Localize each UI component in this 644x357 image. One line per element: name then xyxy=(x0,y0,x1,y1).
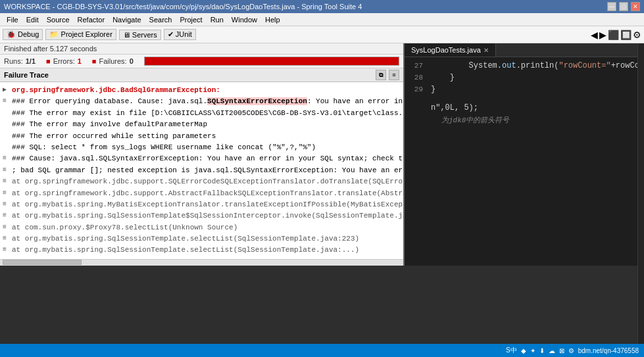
menu-run[interactable]: Run xyxy=(207,14,228,25)
trace-line: ≡ at com.sun.proxy.$Proxy78.selectList(U… xyxy=(0,222,403,233)
trace-hscroll[interactable] xyxy=(0,259,403,266)
failure-trace-panel: Failure Trace ⧉ ≡ ▶ org.springframework.… xyxy=(0,68,403,266)
trace-stack-icon-1: ≡ xyxy=(3,177,12,186)
test-result-row: Runs: 1/1 ■ Errors: 1 ■ Failures: 0 xyxy=(0,55,403,68)
trace-stack-icon-5: ≡ xyxy=(3,223,12,232)
trace-line: ≡ ### Error querying database. Cause: ja… xyxy=(0,96,403,107)
trace-stack-3: at org.mybatis.spring.MyBatisExceptionTr… xyxy=(12,200,403,210)
tab-label: SysLogDaoTests.java xyxy=(411,46,481,54)
line-number-29: 29 xyxy=(405,83,428,95)
trace-bullet-icon-6: ≡ xyxy=(3,154,12,163)
trace-line: ≡ at org.mybatis.spring.MyBatisException… xyxy=(0,199,403,210)
trace-stack-icon-2: ≡ xyxy=(3,189,12,198)
title-bar: WORKSPACE - CGB-DB-SYS-V3.01/src/test/ja… xyxy=(0,0,644,13)
runs-value: 1/1 xyxy=(26,57,36,65)
trace-line: ▶ org.springframework.jdbc.BadSqlGrammar… xyxy=(0,85,403,96)
code-content-27: System.out.println("rowCount="+rowCount)… xyxy=(428,60,644,72)
trace-line: ≡ at org.mybatis.spring.SqlSessionTempla… xyxy=(0,245,403,256)
trace-line: ≡ at org.mybatis.spring.SqlSessionTempla… xyxy=(0,233,403,245)
code-annotation-area: n",0L, 5); 为jdk8中的箭头符号 xyxy=(431,103,644,125)
trace-line: ≡ ; bad SQL grammar []; nested exception… xyxy=(0,165,403,176)
toolbar-debug[interactable]: 🐞 Debug xyxy=(3,29,43,40)
code-content-29: } xyxy=(428,83,435,95)
status-icon-5: ⊠ xyxy=(559,347,564,354)
close-button[interactable]: ✕ xyxy=(631,2,640,11)
trace-line: ### The error may involve defaultParamet… xyxy=(0,119,403,130)
menu-source[interactable]: Source xyxy=(43,14,74,25)
trace-line: ≡ ### Cause: java.sql.SQLSyntaxErrorExce… xyxy=(0,153,403,164)
status-icon-3: ⬇ xyxy=(539,347,545,354)
trace-stack-icon-4: ≡ xyxy=(3,211,12,220)
errors-label: Errors: xyxy=(53,57,75,65)
trace-stack-1: at org.springframework.jdbc.support.SQLE… xyxy=(12,177,403,187)
menu-search[interactable]: Search xyxy=(145,14,176,25)
trace-line: ### SQL: select * from sys_logs WHERE us… xyxy=(0,142,403,153)
failures-value: 0 xyxy=(130,57,134,65)
errors-value: 1 xyxy=(78,57,82,65)
status-url: bdm.net/qn-4376558 xyxy=(578,347,639,354)
trace-line: ≡ at org.springframework.jdbc.support.Ab… xyxy=(0,188,403,199)
editor-tab-syslogdaotests[interactable]: SysLogDaoTests.java ✕ xyxy=(405,43,496,57)
main-area: Finished after 5.127 seconds Runs: 1/1 ■… xyxy=(0,43,644,266)
right-panel: SysLogDaoTests.java ✕ 27 System.out.prin… xyxy=(405,43,644,266)
toolbar-icon-5[interactable]: ⚙ xyxy=(633,30,641,40)
trace-line: ≡ at org.mybatis.spring.SqlSessionTempla… xyxy=(0,210,403,222)
right-scrollbar[interactable] xyxy=(637,43,644,266)
trace-sql: ### SQL: select * from sys_logs WHERE us… xyxy=(12,143,316,153)
minimize-button[interactable]: — xyxy=(607,2,616,11)
progress-fill xyxy=(145,57,399,65)
toolbar-project-explorer[interactable]: 📁 Project Explorer xyxy=(45,29,116,40)
menu-refactor[interactable]: Refactor xyxy=(74,14,109,25)
toolbar-icon-3[interactable]: ⬛ xyxy=(608,30,619,40)
trace-msg-3: ### The error may involve defaultParamet… xyxy=(12,120,207,130)
line-number-27: 27 xyxy=(405,60,428,72)
maximize-button[interactable]: □ xyxy=(619,2,628,11)
failure-trace-title: Failure Trace xyxy=(4,71,49,79)
failures-icon: ■ xyxy=(92,57,97,65)
menu-help[interactable]: Help xyxy=(261,14,284,25)
toolbar: 🐞 Debug 📁 Project Explorer 🖥 Servers ✔ J… xyxy=(0,26,644,43)
trace-expand-icon[interactable]: ▶ xyxy=(3,85,12,95)
trace-stack-icon-3: ≡ xyxy=(3,200,12,209)
status-icon-1: ◆ xyxy=(521,347,526,354)
trace-stack-7: at org.mybatis.spring.SqlSessionTemplate… xyxy=(12,245,359,255)
title-text: WORKSPACE - CGB-DB-SYS-V3.01/src/test/ja… xyxy=(4,3,362,11)
trace-bullet-icon-7: ≡ xyxy=(3,166,12,175)
code-content-28: } xyxy=(428,72,455,83)
failures-label: Failures: xyxy=(99,57,126,65)
trace-msg-4: ### The error occurred while setting par… xyxy=(12,131,216,141)
status-icon-gear: ⚙ xyxy=(568,347,574,354)
code-editor[interactable]: 27 System.out.println("rowCount="+rowCou… xyxy=(405,57,644,266)
toolbar-icon-4[interactable]: 🔲 xyxy=(620,30,632,40)
hscroll-thumb[interactable] xyxy=(3,260,82,265)
trace-stack-2: at org.springframework.jdbc.support.Abst… xyxy=(12,189,403,199)
trace-content[interactable]: ▶ org.springframework.jdbc.BadSqlGrammar… xyxy=(0,82,403,259)
menu-edit[interactable]: Edit xyxy=(22,14,43,25)
trace-bullet-icon: ≡ xyxy=(3,97,12,106)
menu-navigate[interactable]: Navigate xyxy=(109,14,145,25)
trace-icon-filter[interactable]: ≡ xyxy=(389,70,399,80)
trace-stack-5: at com.sun.proxy.$Proxy78.selectList(Unk… xyxy=(12,223,237,233)
test-finished-text: Finished after 5.127 seconds xyxy=(4,45,97,53)
failure-trace-header: Failure Trace ⧉ ≡ xyxy=(0,68,403,82)
errors-icon: ■ xyxy=(46,57,51,65)
toolbar-icon-1[interactable]: ◀ xyxy=(591,30,598,40)
trace-line: ≡ at org.springframework.jdbc.support.SQ… xyxy=(0,176,403,187)
trace-icon-copy[interactable]: ⧉ xyxy=(376,70,386,80)
menu-file[interactable]: File xyxy=(3,14,22,25)
toolbar-junit[interactable]: ✔ JUnit xyxy=(164,29,196,40)
menu-project[interactable]: Project xyxy=(176,14,206,25)
menu-window[interactable]: Window xyxy=(228,14,261,25)
trace-stack-4: at org.mybatis.spring.SqlSessionTemplate… xyxy=(12,211,403,221)
toolbar-icons: ◀ ▶ ⬛ 🔲 ⚙ xyxy=(591,30,641,40)
trace-stack-6: at org.mybatis.spring.SqlSessionTemplate… xyxy=(12,234,359,244)
annotation-code: n",0L, 5); xyxy=(431,103,644,112)
toolbar-servers[interactable]: 🖥 Servers xyxy=(119,30,161,40)
editor-tab-bar: SysLogDaoTests.java ✕ xyxy=(405,43,644,57)
line-number-28: 28 xyxy=(405,72,428,83)
trace-stack-icon-6: ≡ xyxy=(3,234,12,243)
code-line-29: 29 } xyxy=(405,83,644,95)
code-line-27: 27 System.out.println("rowCount="+rowCou… xyxy=(405,60,644,72)
toolbar-icon-2[interactable]: ▶ xyxy=(599,30,607,40)
tab-close-icon[interactable]: ✕ xyxy=(483,47,489,54)
